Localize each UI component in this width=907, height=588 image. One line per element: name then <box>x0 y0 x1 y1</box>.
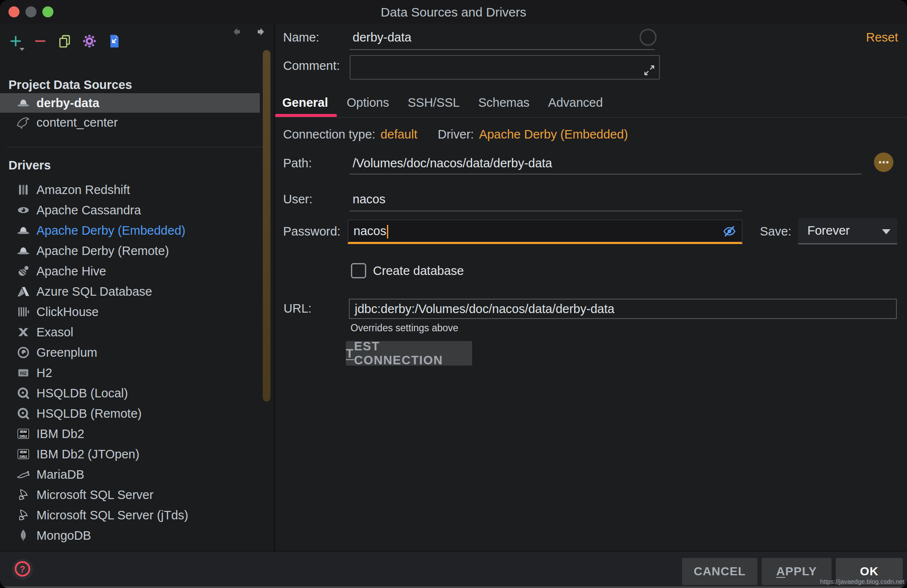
data-source-item-content-center[interactable]: content_center <box>0 113 260 132</box>
driver-item-apache-hive[interactable]: Apache Hive <box>0 261 260 281</box>
comment-input[interactable] <box>350 55 660 80</box>
sidebar-scrollbar[interactable] <box>263 50 270 402</box>
derby-hat-icon <box>16 223 31 238</box>
path-input-underline <box>350 174 862 175</box>
mysql-dolphin-icon <box>16 115 31 130</box>
back-arrow-icon[interactable] <box>232 26 243 37</box>
create-database-checkbox[interactable] <box>351 263 366 278</box>
url-input[interactable]: jdbc:derby:/Volumes/doc/nacos/data/derby… <box>349 299 897 319</box>
watermark-text: https://javaedge.blog.csdn.net <box>820 578 904 585</box>
reset-link[interactable]: Reset <box>866 30 898 45</box>
driver-item-ibm-db2[interactable]: IBMDB2 IBM Db2 <box>0 424 260 444</box>
derby-hat-icon <box>16 96 31 110</box>
sidebar-divider <box>7 147 267 147</box>
driver-item-clickhouse[interactable]: ClickHouse <box>0 302 260 322</box>
window-title: Data Sources and Drivers <box>0 0 907 24</box>
driver-item-mysql[interactable]: MySQL <box>0 546 260 551</box>
forward-arrow-icon[interactable] <box>254 26 265 37</box>
driver-item-azure-sql-database[interactable]: Azure SQL Database <box>0 281 260 302</box>
exasol-x-icon <box>16 325 31 339</box>
svg-text:DB2: DB2 <box>19 434 27 438</box>
footer-bar: ? CANCEL APPLY OK https://javaedge.blog.… <box>0 551 907 588</box>
tab-general[interactable]: General <box>282 94 328 111</box>
create-database-label: Create database <box>373 264 464 278</box>
derby-hat-icon <box>16 244 31 258</box>
remove-data-source-button[interactable] <box>33 34 47 48</box>
driver-item-mongodb[interactable]: MongoDB <box>0 525 260 546</box>
data-sources-dialog: Data Sources and Drivers <box>0 0 907 588</box>
driver-item-ibm-db2-jtopen[interactable]: IBMDB2 IBM Db2 (JTOpen) <box>0 444 260 464</box>
name-input[interactable]: derby-data <box>353 30 412 45</box>
active-tab-underline <box>275 114 337 117</box>
url-value: jdbc:derby:/Volumes/doc/nacos/data/derby… <box>355 300 615 318</box>
ibm-db2-badge-icon: IBMDB2 <box>16 447 31 461</box>
save-dropdown[interactable]: Forever <box>798 218 897 244</box>
clickhouse-bars-icon <box>16 305 31 319</box>
user-label: User: <box>283 191 312 207</box>
tab-ssh-ssl[interactable]: SSH/SSL <box>408 94 460 111</box>
password-visibility-eye-icon[interactable] <box>722 224 737 239</box>
driver-item-mariadb[interactable]: MariaDB <box>0 464 260 485</box>
dialog-content: Project Data Sources derby-data content_… <box>0 24 907 551</box>
tab-bar: GeneralOptionsSSH/SSLSchemasAdvanced <box>282 94 603 111</box>
user-input-underline <box>350 211 742 211</box>
data-source-item-derby-data[interactable]: derby-data <box>0 93 260 113</box>
h2-badge-icon: H2 <box>16 366 31 380</box>
connection-type-value[interactable]: default <box>381 128 417 141</box>
driver-item-apache-cassandra[interactable]: Apache Cassandra <box>0 200 260 220</box>
gear-icon[interactable] <box>82 34 97 48</box>
create-database-row: Create database <box>351 263 464 278</box>
url-label: URL: <box>284 301 312 316</box>
titlebar: Data Sources and Drivers <box>0 0 907 24</box>
driver-item-exasol[interactable]: Exasol <box>0 322 260 342</box>
name-label: Name: <box>283 30 319 45</box>
data-source-list: derby-data content_center <box>0 93 274 132</box>
help-button[interactable]: ? <box>12 559 33 580</box>
browse-path-button[interactable] <box>874 153 893 172</box>
driver-list: Amazon Redshift Apache Cassandra Apache … <box>0 180 274 551</box>
sidebar: Project Data Sources derby-data content_… <box>0 24 275 551</box>
add-data-source-button[interactable] <box>8 34 23 48</box>
redshift-cylinder-icon <box>16 183 31 197</box>
project-data-sources-header: Project Data Sources <box>0 76 274 93</box>
path-label: Path: <box>283 155 312 171</box>
svg-text:IBM: IBM <box>20 450 27 454</box>
path-input[interactable]: /Volumes/doc/nacos/data/derby-data <box>353 155 552 171</box>
save-label: Save: <box>760 224 791 239</box>
password-input[interactable]: nacos <box>348 219 743 244</box>
mongodb-leaf-icon <box>16 528 31 543</box>
driver-item-apache-derby-embedded[interactable]: Apache Derby (Embedded) <box>0 220 260 241</box>
user-input[interactable]: nacos <box>353 191 385 207</box>
driver-item-hsqldb-remote[interactable]: HSQLDB (Remote) <box>0 403 260 424</box>
connection-type-row: Connection type:defaultDriver:Apache Der… <box>283 127 628 142</box>
comment-label: Comment: <box>283 58 340 73</box>
tabs-divider <box>275 117 907 118</box>
driver-item-microsoft-sql-server[interactable]: Microsoft SQL Server <box>0 485 260 505</box>
expand-icon[interactable] <box>643 64 656 77</box>
test-connection-button[interactable]: TEST CONNECTION <box>346 341 472 366</box>
svg-text:H2: H2 <box>20 370 27 376</box>
duplicate-icon[interactable] <box>58 34 72 48</box>
password-value: nacos <box>353 224 386 238</box>
sidebar-toolbar <box>0 24 274 53</box>
cancel-button[interactable]: CANCEL <box>682 558 757 585</box>
driver-item-greenplum[interactable]: Greenplum <box>0 342 260 363</box>
svg-text:IBM: IBM <box>20 430 27 434</box>
tab-schemas[interactable]: Schemas <box>478 94 529 111</box>
svg-text:?: ? <box>20 564 25 574</box>
driver-item-apache-derby-remote[interactable]: Apache Derby (Remote) <box>0 241 260 261</box>
import-file-icon[interactable] <box>107 34 121 48</box>
driver-item-microsoft-sql-server-jtds[interactable]: Microsoft SQL Server (jTds) <box>0 505 260 525</box>
add-dropdown-caret-icon <box>19 48 25 51</box>
driver-item-amazon-redshift[interactable]: Amazon Redshift <box>0 180 260 200</box>
name-input-underline <box>350 49 655 50</box>
tab-options[interactable]: Options <box>347 94 389 111</box>
sidebar-list: Project Data Sources derby-data content_… <box>0 76 274 551</box>
name-status-ring-icon <box>640 29 657 46</box>
driver-item-h2[interactable]: H2 H2 <box>0 363 260 383</box>
tab-advanced[interactable]: Advanced <box>548 94 603 111</box>
chevron-down-icon <box>882 229 890 234</box>
driver-item-hsqldb-local[interactable]: HSQLDB (Local) <box>0 383 260 403</box>
driver-value[interactable]: Apache Derby (Embedded) <box>479 128 628 141</box>
driver-label: Driver: <box>438 128 474 141</box>
